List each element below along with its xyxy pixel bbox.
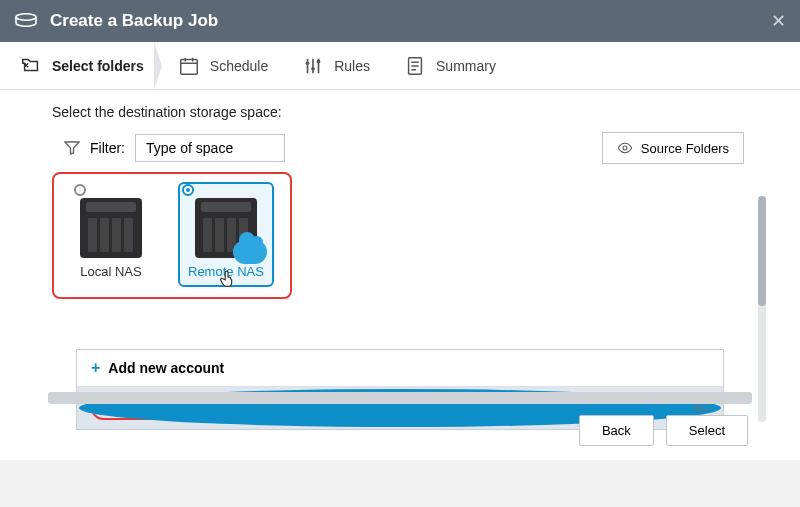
add-account-button[interactable]: + Add new account [77,350,723,387]
step-schedule[interactable]: Schedule [178,42,268,89]
svg-point-4 [317,59,321,63]
storage-type-group: Local NAS Remote NAS [52,172,292,299]
radio-remote[interactable] [182,184,194,196]
wizard-steps: Select folders Schedule Rules Summary [0,42,800,90]
step-select-folders[interactable]: Select folders [20,42,144,89]
type-label: Remote NAS [188,264,264,279]
footer-buttons: Back Select [579,415,748,446]
plus-icon: + [91,359,100,377]
dialog-header: Create a Backup Job ✕ [0,0,800,42]
vertical-scrollbar[interactable] [758,196,766,422]
filter-label: Filter: [90,140,125,156]
svg-point-6 [623,146,627,150]
svg-rect-1 [181,59,198,74]
scroll-thumb[interactable] [758,196,766,306]
step-label: Rules [334,58,370,74]
step-rules[interactable]: Rules [302,42,370,89]
source-folders-label: Source Folders [641,141,729,156]
section-title: Select the destination storage space: [52,104,748,120]
select-button[interactable]: Select [666,415,748,446]
type-label: Local NAS [80,264,142,279]
local-nas-image [80,198,142,258]
type-remote-nas[interactable]: Remote NAS [178,182,274,287]
content-area: Select the destination storage space: Fi… [0,90,800,460]
summary-icon [404,55,426,77]
horizontal-scrollbar[interactable] [48,392,752,404]
back-button[interactable]: Back [579,415,654,446]
filter-icon [64,140,80,156]
filter-select[interactable]: Type of space [135,134,285,162]
svg-point-3 [311,66,315,70]
calendar-icon [178,55,200,77]
cloud-icon [233,240,267,264]
eye-icon [617,140,633,156]
step-label: Select folders [52,58,144,74]
dialog-title: Create a Backup Job [50,11,218,31]
sliders-icon [302,55,324,77]
type-local-nas[interactable]: Local NAS [70,182,152,287]
remote-nas-image [195,198,257,258]
svg-point-0 [16,14,36,20]
step-summary[interactable]: Summary [404,42,496,89]
svg-point-2 [306,61,310,65]
source-folders-button[interactable]: Source Folders [602,132,744,164]
radio-local[interactable] [74,184,86,196]
step-label: Summary [436,58,496,74]
folders-icon [20,55,42,77]
nas-icon [14,12,38,30]
step-label: Schedule [210,58,268,74]
add-account-label: Add new account [108,360,224,376]
close-icon[interactable]: ✕ [771,10,786,32]
